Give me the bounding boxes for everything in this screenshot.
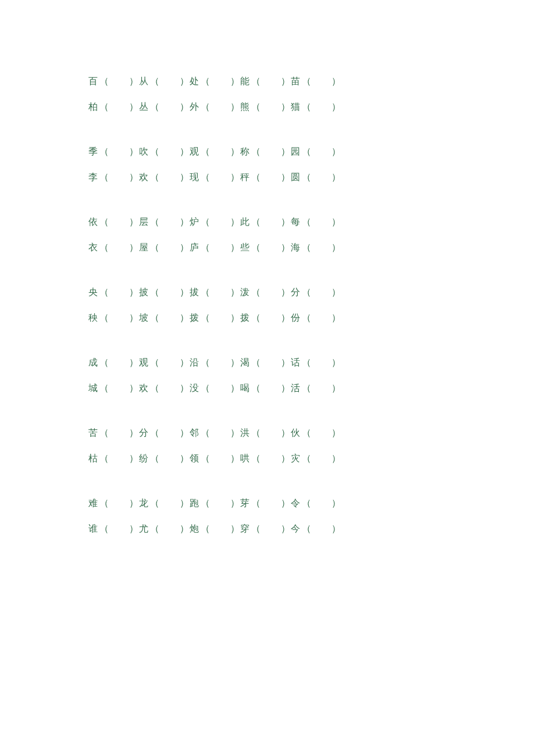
chinese-character: 现 [190,171,199,184]
paren-close: ） [230,101,240,113]
chinese-character: 圆 [291,171,301,184]
paren-open: （ [99,382,109,395]
chinese-character: 芽 [240,497,250,510]
paren-open: （ [201,312,211,324]
character-cell: 喝（） [240,382,291,395]
chinese-character: 坡 [139,312,149,324]
paren-open: （ [150,76,160,88]
character-cell: 庐（） [190,242,240,254]
paren-close: ） [129,312,139,324]
paren-open: （ [201,101,211,113]
chinese-character: 观 [190,146,199,158]
chinese-character: 猫 [291,101,301,113]
character-row: 柏（）丛（）外（）熊（）猫（） [88,101,454,113]
paren-close: ） [331,357,341,369]
character-cell: 分（） [291,286,341,299]
chinese-character: 欢 [139,171,149,184]
paren-close: ） [129,76,139,88]
chinese-character: 谁 [88,523,98,535]
chinese-character: 灾 [291,453,301,465]
chinese-character: 尤 [139,523,149,535]
paren-close: ） [331,523,341,535]
paren-close: ） [331,312,341,324]
character-cell: 披（） [139,286,190,299]
character-cell: 沿（） [190,357,240,369]
character-cell: 每（） [291,216,341,228]
paren-close: ） [180,497,190,510]
paren-open: （ [99,216,109,228]
chinese-character: 沿 [190,357,199,369]
paren-open: （ [302,523,312,535]
chinese-character: 难 [88,497,98,510]
paren-close: ） [230,242,240,254]
paren-close: ） [281,453,291,465]
paren-close: ） [129,216,139,228]
chinese-character: 些 [240,242,250,254]
paren-close: ） [180,382,190,395]
chinese-character: 令 [291,497,301,510]
paren-open: （ [302,286,312,299]
paren-open: （ [201,523,211,535]
paren-open: （ [251,453,261,465]
character-row: 依（）层（）炉（）此（）每（） [88,216,454,228]
paren-close: ） [180,286,190,299]
character-cell: 今（） [291,523,341,535]
character-cell: 苦（） [88,427,139,439]
chinese-character: 拨 [240,312,250,324]
paren-close: ） [129,382,139,395]
character-row: 苦（）分（）邻（）洪（）伙（） [88,427,454,439]
character-cell: 枯（） [88,453,139,465]
character-cell: 屋（） [139,242,190,254]
chinese-character: 此 [240,216,250,228]
character-cell: 坡（） [139,312,190,324]
paren-open: （ [99,357,109,369]
chinese-character: 没 [190,382,199,395]
paren-close: ） [230,427,240,439]
paren-open: （ [302,382,312,395]
paren-open: （ [251,523,261,535]
chinese-character: 领 [190,453,199,465]
paren-close: ） [180,76,190,88]
paren-open: （ [251,171,261,184]
chinese-character: 层 [139,216,149,228]
character-cell: 没（） [190,382,240,395]
paren-open: （ [251,497,261,510]
chinese-character: 喝 [240,382,250,395]
paren-close: ） [180,242,190,254]
character-cell: 难（） [88,497,139,510]
paren-open: （ [99,101,109,113]
paren-open: （ [201,357,211,369]
character-cell: 圆（） [291,171,341,184]
chinese-character: 份 [291,312,301,324]
paren-open: （ [99,427,109,439]
paren-open: （ [201,146,211,158]
character-cell: 渴（） [240,357,291,369]
paren-close: ） [281,101,291,113]
paren-open: （ [201,427,211,439]
paren-close: ） [281,242,291,254]
paren-close: ） [180,171,190,184]
character-cell: 依（） [88,216,139,228]
chinese-character: 跑 [190,497,199,510]
paren-close: ） [129,101,139,113]
paren-open: （ [150,357,160,369]
character-cell: 柏（） [88,101,139,113]
paren-close: ） [281,286,291,299]
chinese-character: 秧 [88,312,98,324]
character-cell: 邻（） [190,427,240,439]
character-cell: 洪（） [240,427,291,439]
character-cell: 尤（） [139,523,190,535]
paren-close: ） [281,427,291,439]
character-cell: 猫（） [291,101,341,113]
paren-open: （ [201,286,211,299]
paren-open: （ [201,171,211,184]
paren-open: （ [150,453,160,465]
character-cell: 泼（） [240,286,291,299]
character-row: 秧（）坡（）拨（）拨（）份（） [88,312,454,324]
chinese-character: 吹 [139,146,149,158]
character-cell: 欢（） [139,382,190,395]
chinese-character: 海 [291,242,301,254]
character-cell: 秤（） [240,171,291,184]
chinese-character: 屋 [139,242,149,254]
paren-open: （ [99,497,109,510]
